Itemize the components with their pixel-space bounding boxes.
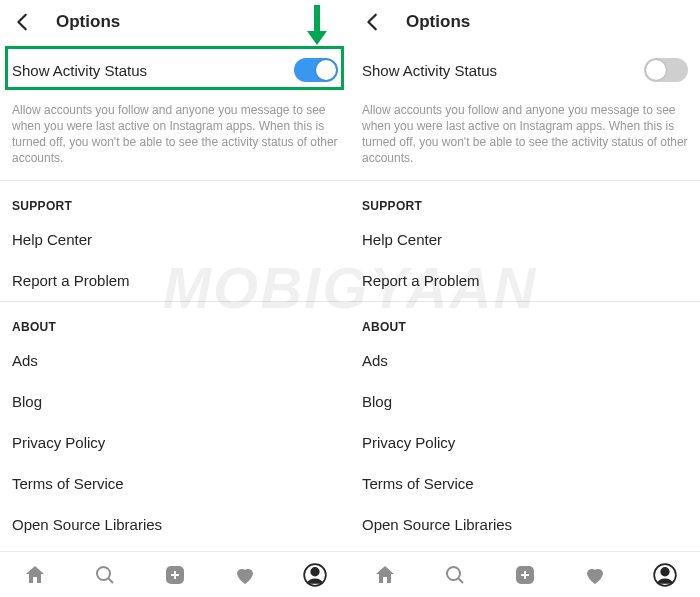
profile-icon[interactable]	[652, 562, 678, 588]
header: Options	[350, 0, 700, 44]
add-icon[interactable]	[162, 562, 188, 588]
about-blog[interactable]: Blog	[0, 381, 350, 422]
activity-status-desc: Allow accounts you follow and anyone you…	[350, 96, 700, 180]
report-problem[interactable]: Report a Problem	[0, 260, 350, 301]
svg-point-13	[661, 567, 669, 575]
about-tos[interactable]: Terms of Service	[350, 463, 700, 504]
svg-point-6	[311, 567, 319, 575]
svg-point-0	[97, 567, 110, 580]
page-title: Options	[56, 12, 120, 32]
about-ads[interactable]: Ads	[0, 340, 350, 381]
svg-line-8	[459, 578, 464, 583]
help-center[interactable]: Help Center	[350, 219, 700, 260]
activity-status-toggle[interactable]	[644, 58, 688, 82]
home-icon[interactable]	[372, 562, 398, 588]
about-privacy[interactable]: Privacy Policy	[0, 422, 350, 463]
activity-status-label: Show Activity Status	[362, 62, 497, 79]
bottom-nav	[350, 551, 700, 597]
about-oss[interactable]: Open Source Libraries	[0, 504, 350, 545]
about-ads[interactable]: Ads	[350, 340, 700, 381]
section-support: SUPPORT	[0, 181, 350, 219]
search-icon[interactable]	[92, 562, 118, 588]
back-icon[interactable]	[12, 11, 34, 33]
page-title: Options	[406, 12, 470, 32]
settings-scroll[interactable]: Show Activity Status Allow accounts you …	[350, 44, 700, 597]
help-center[interactable]: Help Center	[0, 219, 350, 260]
activity-status-row[interactable]: Show Activity Status	[0, 44, 350, 96]
section-about: ABOUT	[0, 302, 350, 340]
about-blog[interactable]: Blog	[350, 381, 700, 422]
activity-status-desc: Allow accounts you follow and anyone you…	[0, 96, 350, 180]
about-oss[interactable]: Open Source Libraries	[350, 504, 700, 545]
heart-icon[interactable]	[582, 562, 608, 588]
heart-icon[interactable]	[232, 562, 258, 588]
svg-line-1	[109, 578, 114, 583]
home-icon[interactable]	[22, 562, 48, 588]
profile-icon[interactable]	[302, 562, 328, 588]
pane-right: Options Show Activity Status Allow accou…	[350, 0, 700, 597]
bottom-nav	[0, 551, 350, 597]
svg-point-7	[447, 567, 460, 580]
section-support: SUPPORT	[350, 181, 700, 219]
about-privacy[interactable]: Privacy Policy	[350, 422, 700, 463]
report-problem[interactable]: Report a Problem	[350, 260, 700, 301]
activity-status-toggle[interactable]	[294, 58, 338, 82]
section-about: ABOUT	[350, 302, 700, 340]
search-icon[interactable]	[442, 562, 468, 588]
activity-status-row[interactable]: Show Activity Status	[350, 44, 700, 96]
back-icon[interactable]	[362, 11, 384, 33]
settings-scroll[interactable]: Show Activity Status Allow accounts you …	[0, 44, 350, 597]
about-tos[interactable]: Terms of Service	[0, 463, 350, 504]
header: Options	[0, 0, 350, 44]
add-icon[interactable]	[512, 562, 538, 588]
pane-left: Options Show Activity Status Allow accou…	[0, 0, 350, 597]
activity-status-label: Show Activity Status	[12, 62, 147, 79]
